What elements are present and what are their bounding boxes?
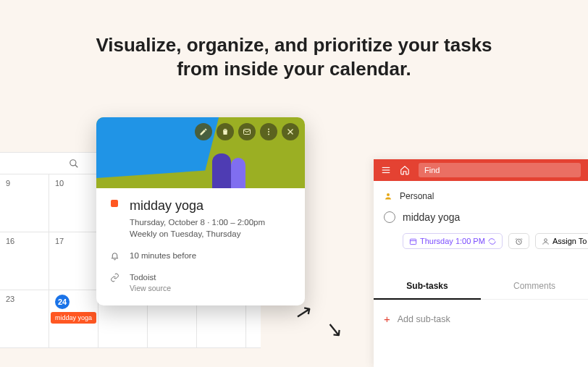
event-datetime: Thursday, October 8 · 1:00 – 2:00pm xyxy=(130,216,265,228)
home-icon[interactable] xyxy=(400,165,410,175)
bell-icon xyxy=(109,250,119,261)
svg-point-0 xyxy=(70,159,76,165)
calendar-color-icon xyxy=(111,200,118,207)
arrow-left-icon: ↗ xyxy=(324,318,343,343)
popover-hero xyxy=(96,117,305,188)
menu-icon[interactable] xyxy=(381,165,391,175)
calendar-day[interactable]: 23 xyxy=(0,290,49,347)
calendar-day[interactable]: 17 xyxy=(49,232,98,290)
plus-icon: + xyxy=(384,313,390,325)
due-date-label: Thursday 1:00 PM xyxy=(420,237,485,245)
event-recurrence: Weekly on Tuesday, Thursday xyxy=(130,228,265,240)
edit-icon[interactable] xyxy=(195,123,212,140)
find-input[interactable]: Find xyxy=(419,163,581,177)
event-reminder: 10 minutes before xyxy=(130,250,196,261)
hero-headline: Visualize, organize, and prioritize your… xyxy=(0,0,588,80)
svg-point-11 xyxy=(387,193,390,196)
headline-line1: Visualize, organize, and prioritize your… xyxy=(0,33,588,57)
find-placeholder: Find xyxy=(424,166,440,174)
alarm-icon xyxy=(515,237,523,245)
calendar-day[interactable]: 16 xyxy=(0,232,49,290)
assign-pill[interactable]: Assign To xyxy=(535,233,588,249)
due-date-pill[interactable]: Thursday 1:00 PM xyxy=(403,233,503,249)
svg-point-3 xyxy=(268,129,269,130)
calendar-icon xyxy=(409,237,417,245)
assign-label: Assign To xyxy=(553,237,587,245)
svg-point-5 xyxy=(268,134,269,135)
calendar-day[interactable]: 9 xyxy=(0,174,49,232)
more-icon[interactable] xyxy=(260,123,277,140)
add-subtask-label: Add sub-task xyxy=(398,314,450,324)
svg-rect-12 xyxy=(410,239,416,244)
headline-line2: from inside your calendar. xyxy=(0,57,588,81)
event-popover: midday yoga Thursday, October 8 · 1:00 –… xyxy=(96,117,305,305)
event-title: midday yoga xyxy=(130,198,265,214)
calendar-day[interactable]: 10 xyxy=(49,174,98,232)
calendar-event-chip[interactable]: midday yoga xyxy=(51,312,96,324)
repeat-icon xyxy=(488,237,496,245)
task-checkbox[interactable] xyxy=(384,211,395,223)
add-subtask-button[interactable]: + Add sub-task xyxy=(374,300,588,338)
svg-point-4 xyxy=(268,131,269,132)
close-icon[interactable] xyxy=(282,123,299,140)
task-title[interactable]: midday yoga xyxy=(403,211,460,223)
calendar-day-today[interactable]: 24 midday yoga xyxy=(49,290,98,347)
tab-subtasks[interactable]: Sub-tasks xyxy=(374,274,481,300)
tab-comments[interactable]: Comments xyxy=(481,274,588,300)
user-icon xyxy=(542,237,550,245)
reminder-pill[interactable] xyxy=(508,233,529,249)
svg-point-15 xyxy=(545,238,547,241)
link-icon xyxy=(109,271,119,282)
svg-line-1 xyxy=(75,164,78,167)
delete-icon[interactable] xyxy=(217,123,234,140)
event-source: Todoist xyxy=(130,271,171,283)
mail-icon[interactable] xyxy=(238,123,256,140)
todoist-panel: Find Personal midday yoga Thursday 1:00 … xyxy=(374,159,588,367)
search-icon[interactable] xyxy=(49,159,98,169)
view-source-link[interactable]: View source xyxy=(130,283,171,294)
person-icon xyxy=(384,192,392,201)
project-name[interactable]: Personal xyxy=(400,191,434,201)
